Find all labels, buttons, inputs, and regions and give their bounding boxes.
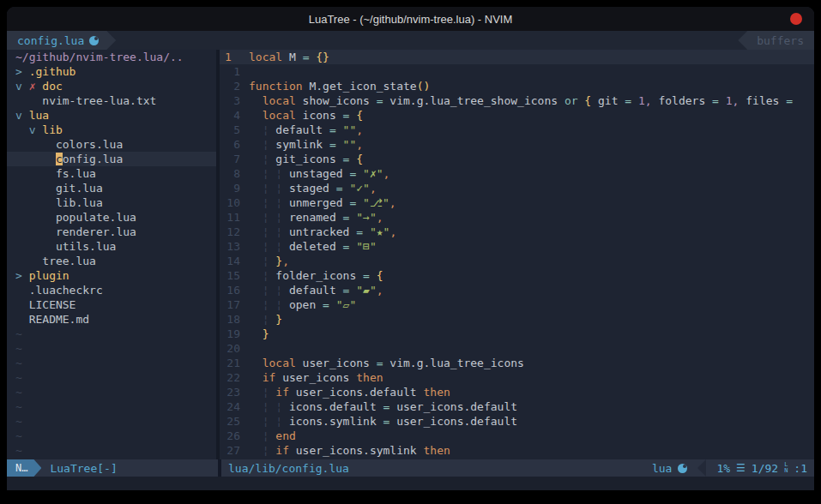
chevron-right-icon[interactable]: >	[15, 65, 29, 78]
code-text: local icons = {	[249, 108, 363, 123]
code-text: if user_icons then	[249, 370, 383, 385]
tree-item-renderer-lua[interactable]: renderer.lua	[7, 225, 216, 239]
mode-badge: N…	[7, 459, 41, 477]
window-title: LuaTree - (~/github/nvim-tree.lua) - NVI…	[309, 13, 513, 26]
tree-item-nvim-tree-lua-txt[interactable]: nvim-tree-lua.txt	[7, 93, 216, 108]
code-text: ¦ default = "",	[249, 123, 363, 137]
tab-buffers[interactable]: buffers	[738, 31, 814, 50]
code-line[interactable]: 19 }	[220, 327, 814, 341]
code-line[interactable]: 17 ¦ ¦ open = "▱"	[220, 297, 814, 312]
line-number: 21	[220, 356, 249, 370]
code-line[interactable]: 14 ¦ },	[220, 254, 814, 268]
code-line[interactable]: 7 ¦ git_icons = {	[220, 152, 814, 166]
tree-item-utils-lua[interactable]: utils.lua	[7, 239, 216, 254]
code-line[interactable]: 2function M.get_icon_state()	[220, 79, 814, 93]
code-line[interactable]: 12 ¦ ¦ untracked = "★",	[220, 225, 814, 239]
tree-item-lib-lua[interactable]: lib.lua	[7, 195, 216, 210]
line-number: 4	[220, 108, 249, 123]
line-number: 16	[220, 283, 249, 297]
code-line[interactable]: 10 ¦ ¦ unmerged = "⎇",	[220, 195, 814, 210]
line-number: 22	[220, 370, 249, 385]
tab-config-lua[interactable]: config.lua	[7, 31, 116, 50]
line-number: 9	[220, 181, 249, 195]
tree-item--github[interactable]: > .github	[7, 64, 216, 79]
code-text: ¦ ¦ untracked = "★",	[249, 225, 396, 239]
code-text: }	[249, 327, 269, 341]
tree-item-colors-lua[interactable]: colors.lua	[7, 137, 216, 152]
code-line[interactable]: 8 ¦ ¦ unstaged = "✗",	[220, 166, 814, 181]
code-text: ¦ end	[249, 429, 296, 443]
code-line[interactable]: 21 local user_icons = vim.g.lua_tree_ico…	[220, 356, 814, 370]
tree-item-license[interactable]: LICENSE	[7, 297, 216, 312]
chevron-right-icon[interactable]: >	[15, 269, 29, 282]
tree-item-plugin[interactable]: > plugin	[7, 268, 216, 283]
tree-item-fs-lua[interactable]: fs.lua	[7, 166, 216, 181]
tab-line: config.lua buffers	[7, 31, 814, 50]
line-position: 1/92	[752, 462, 778, 475]
line-number: 11	[220, 210, 249, 225]
tree-item-lib[interactable]: v lib	[7, 123, 216, 137]
code-text: ¦ ¦ deleted = "⊟"	[249, 239, 377, 254]
tree-item-label: git.lua	[56, 182, 103, 195]
file-path: lua/lib/config.lua	[228, 462, 349, 475]
empty-line-tilde: ~	[7, 327, 216, 341]
code-line[interactable]: 22 if user_icons then	[220, 370, 814, 385]
code-line[interactable]: 18 ¦ }	[220, 312, 814, 327]
line-number: 1	[220, 64, 249, 79]
line-number: 25	[220, 414, 249, 429]
chevron-down-icon[interactable]: v	[15, 109, 29, 122]
empty-line-tilde: ~	[7, 370, 216, 385]
tree-item-label: renderer.lua	[56, 225, 136, 238]
code-text: ¦ },	[249, 254, 289, 268]
tree-item-tree-lua[interactable]: tree.lua	[7, 254, 216, 268]
tree-item--luacheckrc[interactable]: .luacheckrc	[7, 283, 216, 297]
code-line[interactable]: 1	[220, 64, 814, 79]
main-area: ~/github/nvim-tree.lua/..> .githubv ✗ do…	[7, 50, 814, 459]
code-text: ¦ }	[249, 312, 282, 327]
tree-item-doc[interactable]: v ✗ doc	[7, 79, 216, 93]
chevron-down-icon[interactable]: v	[29, 123, 43, 136]
code-text: ¦ folder_icons = {	[249, 268, 383, 283]
code-line[interactable]: 27 ¦ if user_icons.symlink then	[220, 443, 814, 458]
code-line[interactable]: 9 ¦ ¦ staged = "✓",	[220, 181, 814, 195]
chevron-left-icon	[697, 459, 706, 477]
title-bar: LuaTree - (~/github/nvim-tree.lua) - NVI…	[7, 7, 814, 31]
tree-item-git-lua[interactable]: git.lua	[7, 181, 216, 195]
code-line[interactable]: 5 ¦ default = "",	[220, 123, 814, 137]
code-line[interactable]: 24 ¦ ¦ icons.default = user_icons.defaul…	[220, 399, 814, 414]
command-line[interactable]	[7, 477, 814, 490]
tree-item-readme-md[interactable]: README.md	[7, 312, 216, 327]
code-line[interactable]: 6 ¦ symlink = "",	[220, 137, 814, 152]
line-number: 19	[220, 327, 249, 341]
tree-item-label: README.md	[29, 313, 89, 326]
code-text: ¦ ¦ icons.default = user_icons.default	[249, 399, 517, 414]
tree-item-label: colors.lua	[56, 138, 123, 151]
code-line[interactable]: 11 ¦ ¦ renamed = "→",	[220, 210, 814, 225]
empty-line-tilde: ~	[7, 341, 216, 356]
tree-item-label: populate.lua	[56, 211, 136, 224]
code-line[interactable]: 15 ¦ folder_icons = {	[220, 268, 814, 283]
tree-item-label: utils.lua	[56, 240, 116, 253]
file-tree-panel: ~/github/nvim-tree.lua/..> .githubv ✗ do…	[7, 50, 216, 459]
code-line[interactable]: 25 ¦ ¦ icons.symlink = user_icons.defaul…	[220, 414, 814, 429]
tree-item-populate-lua[interactable]: populate.lua	[7, 210, 216, 225]
close-button-icon[interactable]	[790, 13, 802, 25]
line-number: 26	[220, 429, 249, 443]
chevron-down-icon[interactable]: v	[15, 80, 29, 93]
code-line[interactable]: 16 ¦ ¦ default = "▰",	[220, 283, 814, 297]
code-line[interactable]: 26 ¦ end	[220, 429, 814, 443]
code-text: ¦ ¦ renamed = "→",	[249, 210, 383, 225]
code-line[interactable]: 13 ¦ ¦ deleted = "⊟"	[220, 239, 814, 254]
code-line[interactable]: 23 ¦ if user_icons.default then	[220, 385, 814, 399]
tree-item-lua[interactable]: v lua	[7, 108, 216, 123]
tree-item--github-nvim-tree-lua-[interactable]: ~/github/nvim-tree.lua/..	[7, 50, 216, 64]
code-line[interactable]: 1local M = {}	[220, 50, 814, 64]
code-line[interactable]: 4 local icons = {	[220, 108, 814, 123]
tree-item-config-lua[interactable]: config.lua	[7, 152, 216, 166]
code-line[interactable]: 20	[220, 341, 814, 356]
code-line[interactable]: 3 local show_icons = vim.g.lua_tree_show…	[220, 93, 814, 108]
git-dirty-icon: ✗	[29, 80, 43, 93]
empty-line-tilde: ~	[7, 385, 216, 399]
code-text: ¦ git_icons = {	[249, 152, 363, 166]
line-number: 3	[220, 93, 249, 108]
